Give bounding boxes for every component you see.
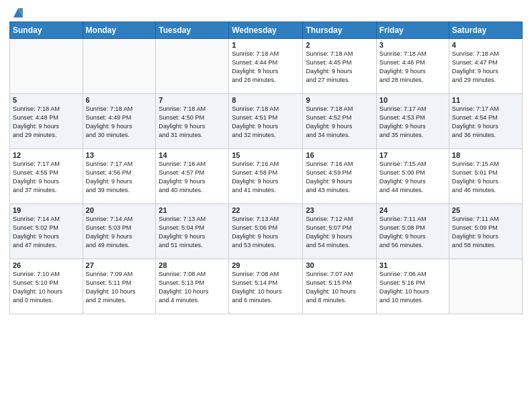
calendar-cell: 2Sunrise: 7:18 AM Sunset: 4:45 PM Daylig…	[303, 39, 376, 94]
day-number: 21	[159, 206, 226, 214]
calendar-cell: 14Sunrise: 7:16 AM Sunset: 4:57 PM Dayli…	[156, 149, 229, 204]
day-info: Sunrise: 7:18 AM Sunset: 4:51 PM Dayligh…	[232, 105, 300, 140]
week-row-1: 1Sunrise: 7:18 AM Sunset: 4:44 PM Daylig…	[10, 39, 523, 94]
calendar-cell: 5Sunrise: 7:18 AM Sunset: 4:48 PM Daylig…	[10, 94, 83, 149]
weekday-header-sunday: Sunday	[10, 22, 83, 39]
calendar-cell	[83, 39, 156, 94]
day-number: 24	[380, 206, 446, 214]
day-info: Sunrise: 7:18 AM Sunset: 4:52 PM Dayligh…	[306, 105, 373, 140]
day-number: 23	[306, 206, 373, 214]
calendar-cell: 8Sunrise: 7:18 AM Sunset: 4:51 PM Daylig…	[229, 94, 303, 149]
calendar-cell: 26Sunrise: 7:10 AM Sunset: 5:10 PM Dayli…	[10, 259, 83, 314]
page: SundayMondayTuesdayWednesdayThursdayFrid…	[0, 0, 532, 411]
day-info: Sunrise: 7:16 AM Sunset: 4:58 PM Dayligh…	[232, 160, 300, 195]
day-number: 15	[232, 151, 300, 159]
day-info: Sunrise: 7:17 AM Sunset: 4:55 PM Dayligh…	[13, 160, 80, 195]
day-number: 9	[306, 96, 373, 104]
weekday-header-thursday: Thursday	[303, 22, 376, 39]
day-number: 16	[306, 151, 373, 159]
day-info: Sunrise: 7:13 AM Sunset: 5:06 PM Dayligh…	[232, 215, 300, 250]
day-number: 29	[232, 261, 300, 269]
weekday-header-friday: Friday	[376, 22, 449, 39]
calendar-cell: 16Sunrise: 7:16 AM Sunset: 4:59 PM Dayli…	[303, 149, 376, 204]
day-number: 2	[306, 41, 373, 49]
day-info: Sunrise: 7:17 AM Sunset: 4:54 PM Dayligh…	[452, 105, 519, 140]
calendar-cell	[449, 259, 522, 314]
day-number: 31	[380, 261, 446, 269]
calendar-cell: 24Sunrise: 7:11 AM Sunset: 5:08 PM Dayli…	[376, 204, 449, 259]
day-info: Sunrise: 7:09 AM Sunset: 5:11 PM Dayligh…	[86, 270, 153, 305]
calendar-cell	[156, 39, 229, 94]
day-info: Sunrise: 7:06 AM Sunset: 5:16 PM Dayligh…	[380, 270, 446, 305]
day-info: Sunrise: 7:16 AM Sunset: 4:59 PM Dayligh…	[306, 160, 373, 195]
logo	[9, 7, 26, 17]
day-info: Sunrise: 7:14 AM Sunset: 5:02 PM Dayligh…	[13, 215, 80, 250]
weekday-header-monday: Monday	[83, 22, 156, 39]
day-info: Sunrise: 7:17 AM Sunset: 4:53 PM Dayligh…	[380, 105, 446, 140]
calendar-cell: 15Sunrise: 7:16 AM Sunset: 4:58 PM Dayli…	[229, 149, 303, 204]
day-info: Sunrise: 7:11 AM Sunset: 5:09 PM Dayligh…	[452, 215, 519, 250]
day-info: Sunrise: 7:18 AM Sunset: 4:48 PM Dayligh…	[13, 105, 80, 140]
day-number: 6	[86, 96, 153, 104]
calendar-cell: 1Sunrise: 7:18 AM Sunset: 4:44 PM Daylig…	[229, 39, 303, 94]
day-info: Sunrise: 7:07 AM Sunset: 5:15 PM Dayligh…	[306, 270, 373, 305]
week-row-4: 19Sunrise: 7:14 AM Sunset: 5:02 PM Dayli…	[10, 204, 523, 259]
weekday-header-saturday: Saturday	[449, 22, 522, 39]
calendar-cell: 29Sunrise: 7:08 AM Sunset: 5:14 PM Dayli…	[229, 259, 303, 314]
day-number: 27	[86, 261, 153, 269]
calendar-cell: 3Sunrise: 7:18 AM Sunset: 4:46 PM Daylig…	[376, 39, 449, 94]
calendar-cell: 31Sunrise: 7:06 AM Sunset: 5:16 PM Dayli…	[376, 259, 449, 314]
week-row-2: 5Sunrise: 7:18 AM Sunset: 4:48 PM Daylig…	[10, 94, 523, 149]
calendar-cell: 12Sunrise: 7:17 AM Sunset: 4:55 PM Dayli…	[10, 149, 83, 204]
week-row-5: 26Sunrise: 7:10 AM Sunset: 5:10 PM Dayli…	[10, 259, 523, 314]
day-number: 19	[13, 206, 80, 214]
calendar-cell: 30Sunrise: 7:07 AM Sunset: 5:15 PM Dayli…	[303, 259, 376, 314]
day-number: 3	[380, 41, 446, 49]
day-number: 20	[86, 206, 153, 214]
day-info: Sunrise: 7:17 AM Sunset: 4:56 PM Dayligh…	[86, 160, 153, 195]
calendar-cell: 13Sunrise: 7:17 AM Sunset: 4:56 PM Dayli…	[83, 149, 156, 204]
calendar-cell: 25Sunrise: 7:11 AM Sunset: 5:09 PM Dayli…	[449, 204, 522, 259]
day-number: 10	[380, 96, 446, 104]
day-info: Sunrise: 7:10 AM Sunset: 5:10 PM Dayligh…	[13, 270, 80, 305]
calendar-cell: 4Sunrise: 7:18 AM Sunset: 4:47 PM Daylig…	[449, 39, 522, 94]
calendar-cell: 21Sunrise: 7:13 AM Sunset: 5:04 PM Dayli…	[156, 204, 229, 259]
calendar-cell: 22Sunrise: 7:13 AM Sunset: 5:06 PM Dayli…	[229, 204, 303, 259]
day-info: Sunrise: 7:13 AM Sunset: 5:04 PM Dayligh…	[159, 215, 226, 250]
day-info: Sunrise: 7:18 AM Sunset: 4:50 PM Dayligh…	[159, 105, 226, 140]
day-number: 22	[232, 206, 300, 214]
calendar-cell: 27Sunrise: 7:09 AM Sunset: 5:11 PM Dayli…	[83, 259, 156, 314]
day-info: Sunrise: 7:18 AM Sunset: 4:49 PM Dayligh…	[86, 105, 153, 140]
day-info: Sunrise: 7:18 AM Sunset: 4:46 PM Dayligh…	[380, 50, 446, 85]
day-info: Sunrise: 7:16 AM Sunset: 4:57 PM Dayligh…	[159, 160, 226, 195]
day-number: 12	[13, 151, 80, 159]
calendar-cell: 7Sunrise: 7:18 AM Sunset: 4:50 PM Daylig…	[156, 94, 229, 149]
day-info: Sunrise: 7:18 AM Sunset: 4:47 PM Dayligh…	[452, 50, 519, 85]
day-number: 4	[452, 41, 519, 49]
day-number: 28	[159, 261, 226, 269]
calendar-table: SundayMondayTuesdayWednesdayThursdayFrid…	[9, 21, 523, 314]
weekday-header-wednesday: Wednesday	[229, 22, 303, 39]
day-number: 25	[452, 206, 519, 214]
day-number: 17	[380, 151, 446, 159]
day-number: 1	[232, 41, 300, 49]
calendar-cell: 28Sunrise: 7:08 AM Sunset: 5:13 PM Dayli…	[156, 259, 229, 314]
day-number: 14	[159, 151, 226, 159]
day-number: 11	[452, 96, 519, 104]
week-row-3: 12Sunrise: 7:17 AM Sunset: 4:55 PM Dayli…	[10, 149, 523, 204]
day-info: Sunrise: 7:08 AM Sunset: 5:13 PM Dayligh…	[159, 270, 226, 305]
calendar-cell: 6Sunrise: 7:18 AM Sunset: 4:49 PM Daylig…	[83, 94, 156, 149]
logo-icon	[11, 5, 26, 20]
day-number: 26	[13, 261, 80, 269]
calendar-cell: 20Sunrise: 7:14 AM Sunset: 5:03 PM Dayli…	[83, 204, 156, 259]
day-info: Sunrise: 7:11 AM Sunset: 5:08 PM Dayligh…	[380, 215, 446, 250]
calendar-cell: 11Sunrise: 7:17 AM Sunset: 4:54 PM Dayli…	[449, 94, 522, 149]
day-number: 18	[452, 151, 519, 159]
weekday-header-row: SundayMondayTuesdayWednesdayThursdayFrid…	[10, 22, 523, 39]
header	[9, 7, 523, 17]
day-number: 7	[159, 96, 226, 104]
day-number: 30	[306, 261, 373, 269]
calendar-cell	[10, 39, 83, 94]
weekday-header-tuesday: Tuesday	[156, 22, 229, 39]
calendar-cell: 19Sunrise: 7:14 AM Sunset: 5:02 PM Dayli…	[10, 204, 83, 259]
